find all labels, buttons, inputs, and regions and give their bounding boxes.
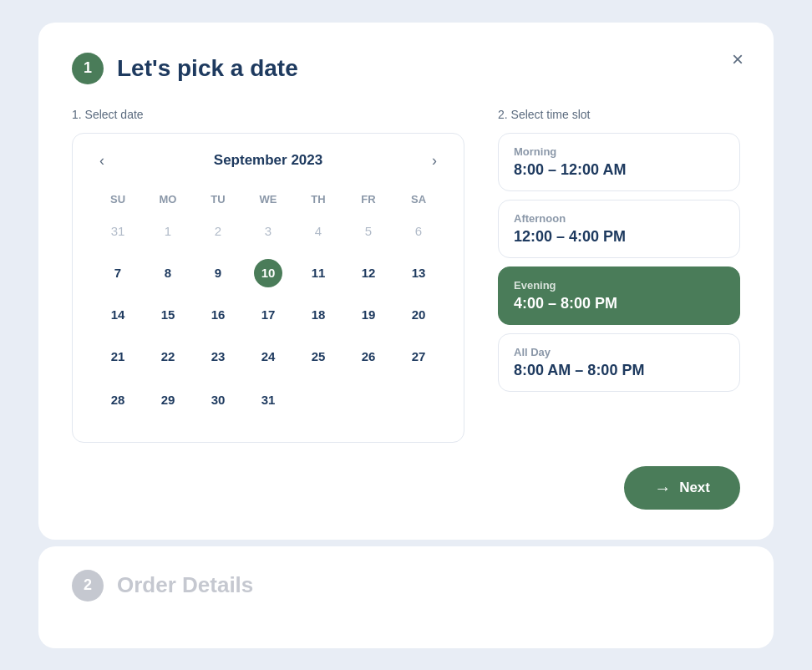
day-number: 20: [404, 301, 433, 329]
weekday-mo: MO: [143, 188, 193, 211]
calendar-day: 5: [343, 211, 393, 252]
slot-morning-time: 8:00 – 12:00 AM: [514, 161, 724, 179]
calendar-day[interactable]: 18: [293, 294, 343, 336]
slot-evening-name: Evening: [514, 279, 724, 292]
slot-allday-time: 8:00 AM – 8:00 PM: [514, 362, 724, 379]
calendar-section: 1. Select date ‹ September 2023 › SU MO …: [72, 108, 464, 443]
calendar-day[interactable]: 8: [143, 252, 193, 294]
day-number: [354, 384, 383, 413]
step2-title: Order Details: [117, 572, 253, 598]
select-date-label: 1. Select date: [72, 108, 464, 121]
timeslot-section: 2. Select time slot Morning8:00 – 12:00 …: [498, 108, 740, 443]
slots-list: Morning8:00 – 12:00 AMAfternoon12:00 – 4…: [498, 133, 740, 392]
slot-allday[interactable]: All Day8:00 AM – 8:00 PM: [498, 333, 740, 392]
day-number: 4: [304, 217, 332, 246]
day-number: 30: [204, 385, 232, 414]
day-number: 9: [204, 259, 232, 287]
day-number: 6: [404, 217, 433, 246]
day-number: 19: [354, 301, 383, 329]
day-number: 8: [154, 259, 182, 287]
calendar-day[interactable]: 27: [393, 336, 444, 378]
calendar-day[interactable]: 28: [93, 378, 143, 422]
calendar-day[interactable]: 16: [193, 294, 243, 336]
day-number: 25: [304, 343, 332, 371]
close-button[interactable]: ×: [732, 49, 743, 69]
calendar-day[interactable]: 25: [293, 336, 343, 378]
step1-title: Let's pick a date: [117, 55, 298, 82]
calendar-day[interactable]: 30: [193, 378, 243, 422]
calendar-weekdays-row: SU MO TU WE TH FR SA: [93, 188, 444, 211]
calendar-nav: ‹ September 2023 ›: [93, 149, 444, 173]
calendar-day: 3: [243, 211, 293, 252]
day-number: 22: [154, 343, 182, 371]
slot-morning[interactable]: Morning8:00 – 12:00 AM: [498, 133, 740, 191]
slot-afternoon[interactable]: Afternoon12:00 – 4:00 PM: [498, 200, 740, 258]
day-number: 24: [254, 343, 282, 371]
day-number: 3: [254, 217, 282, 246]
day-number: 17: [254, 301, 282, 329]
step2-card: 2 Order Details: [38, 546, 774, 648]
day-number: 18: [304, 301, 332, 329]
day-number: 28: [104, 385, 132, 414]
calendar-day: [293, 378, 343, 422]
calendar-day[interactable]: 14: [93, 294, 143, 336]
calendar-day[interactable]: 17: [243, 294, 293, 336]
calendar-day[interactable]: 10: [243, 252, 293, 294]
day-number: 31: [254, 385, 282, 414]
slot-evening-time: 4:00 – 8:00 PM: [514, 295, 724, 312]
day-number: 29: [154, 385, 182, 414]
calendar-day: 6: [393, 211, 444, 252]
day-number: [304, 384, 332, 413]
calendar-day[interactable]: 13: [393, 252, 444, 294]
calendar-day[interactable]: 31: [243, 378, 293, 422]
calendar-week-row: 28293031: [93, 378, 444, 422]
calendar-day[interactable]: 9: [193, 252, 243, 294]
calendar-day[interactable]: 26: [343, 336, 393, 378]
weekday-fr: FR: [343, 188, 393, 211]
calendar-day[interactable]: 11: [293, 252, 343, 294]
step1-body: 1. Select date ‹ September 2023 › SU MO …: [72, 108, 740, 443]
calendar-day: 2: [193, 211, 243, 252]
modal-wrapper: 1 Let's pick a date × 1. Select date ‹ S…: [38, 23, 774, 648]
weekday-su: SU: [93, 188, 143, 211]
next-month-button[interactable]: ›: [425, 149, 444, 173]
calendar-day[interactable]: 12: [343, 252, 393, 294]
day-number: 10: [254, 259, 282, 287]
calendar-week-row: 31123456: [93, 211, 444, 252]
weekday-sa: SA: [393, 188, 444, 211]
step1-header: 1 Let's pick a date: [72, 53, 740, 84]
day-number: 21: [104, 343, 132, 371]
day-number: 12: [354, 259, 383, 287]
calendar-day[interactable]: 19: [343, 294, 393, 336]
calendar-day[interactable]: 21: [93, 336, 143, 378]
card-footer: → Next: [72, 466, 740, 510]
select-timeslot-label: 2. Select time slot: [498, 108, 740, 121]
next-button[interactable]: → Next: [624, 466, 740, 510]
slot-afternoon-time: 12:00 – 4:00 PM: [514, 228, 724, 246]
calendar-grid: SU MO TU WE TH FR SA 3112345678910111213…: [93, 188, 444, 422]
calendar-body: 3112345678910111213141516171819202122232…: [93, 211, 444, 422]
calendar-day[interactable]: 24: [243, 336, 293, 378]
day-number: 31: [104, 217, 132, 246]
day-number: 14: [104, 301, 132, 329]
weekday-th: TH: [293, 188, 343, 211]
calendar-month-label: September 2023: [214, 152, 322, 169]
slot-afternoon-name: Afternoon: [514, 212, 724, 225]
day-number: 27: [404, 343, 433, 371]
step1-badge: 1: [72, 53, 104, 84]
calendar-day[interactable]: 22: [143, 336, 193, 378]
calendar-day[interactable]: 29: [143, 378, 193, 422]
calendar-day: 4: [293, 211, 343, 252]
next-button-label: Next: [679, 480, 710, 496]
calendar-day: [343, 378, 393, 422]
calendar-day[interactable]: 15: [143, 294, 193, 336]
calendar-day[interactable]: 23: [193, 336, 243, 378]
day-number: 23: [204, 343, 232, 371]
day-number: 5: [354, 217, 383, 246]
calendar-day: [393, 378, 444, 422]
calendar-day[interactable]: 20: [393, 294, 444, 336]
calendar-day[interactable]: 7: [93, 252, 143, 294]
step1-card: 1 Let's pick a date × 1. Select date ‹ S…: [38, 23, 774, 540]
prev-month-button[interactable]: ‹: [93, 149, 111, 173]
slot-evening[interactable]: Evening4:00 – 8:00 PM: [498, 266, 740, 325]
